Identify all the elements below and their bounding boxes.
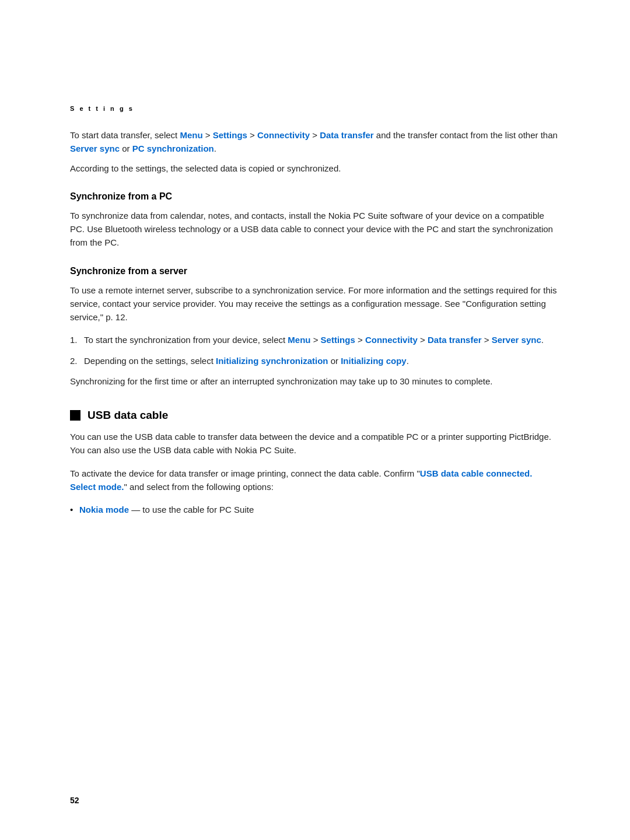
step1-sep1: > <box>311 335 321 345</box>
step1-menu[interactable]: Menu <box>288 335 310 345</box>
step-2-number: 2. <box>70 354 78 368</box>
section-header: S e t t i n g s <box>70 105 560 112</box>
page-number: 52 <box>70 796 79 805</box>
sync-pc-heading: Synchronize from a PC <box>70 191 560 202</box>
black-square-icon <box>70 410 80 421</box>
step1-text-before: To start the synchronization from your d… <box>84 335 288 345</box>
step1-data-transfer[interactable]: Data transfer <box>428 335 482 345</box>
usb-para2: To activate the device for data transfer… <box>70 467 560 494</box>
menu-link[interactable]: Menu <box>180 130 202 140</box>
step2-text-before: Depending on the settings, select <box>84 356 216 366</box>
server-sync-link[interactable]: Server sync <box>70 144 120 153</box>
usb-section-divider: USB data cable <box>70 409 560 422</box>
step1-sep4: > <box>482 335 492 345</box>
connectivity-link[interactable]: Connectivity <box>257 130 310 140</box>
usb-heading: USB data cable <box>88 409 168 422</box>
step-2: 2. Depending on the settings, select Ini… <box>70 354 560 368</box>
page-container: S e t t i n g s To start data transfer, … <box>0 0 630 840</box>
nokia-mode-text: — to use the cable for PC Suite <box>129 505 254 514</box>
intro-text-end: . <box>214 144 216 153</box>
step-1-number: 1. <box>70 333 78 346</box>
step1-server-sync[interactable]: Server sync <box>492 335 541 345</box>
intro-sep3: > <box>310 130 320 140</box>
nokia-mode-link[interactable]: Nokia mode <box>79 505 129 514</box>
sync-server-body: To use a remote internet server, subscri… <box>70 284 560 324</box>
step1-sep3: > <box>418 335 428 345</box>
intro-paragraph: To start data transfer, select Menu > Se… <box>70 128 560 156</box>
intro-text-middle: and the transfer contact from the list o… <box>374 130 558 140</box>
pc-sync-link[interactable]: PC synchronization <box>132 144 214 153</box>
step2-end: . <box>407 356 409 366</box>
bullet-nokia-mode: Nokia mode — to use the cable for PC Sui… <box>70 503 560 516</box>
step2-or: or <box>328 356 341 366</box>
usb-para2-before: To activate the device for data transfer… <box>70 468 420 478</box>
data-transfer-link[interactable]: Data transfer <box>320 130 374 140</box>
intro-sep2: > <box>247 130 257 140</box>
step1-end: . <box>541 335 544 345</box>
intro-text-or: or <box>120 144 132 153</box>
usb-para2-after: " and select from the following options: <box>124 482 274 492</box>
usb-para1: You can use the USB data cable to transf… <box>70 430 560 457</box>
step1-settings[interactable]: Settings <box>321 335 355 345</box>
intro-sep1: > <box>203 130 213 140</box>
according-text: According to the settings, the selected … <box>70 162 560 175</box>
step2-init-copy[interactable]: Initializing copy <box>341 356 407 366</box>
sync-pc-body: To synchronize data from calendar, notes… <box>70 209 560 250</box>
step1-connectivity[interactable]: Connectivity <box>365 335 418 345</box>
step1-sep2: > <box>355 335 365 345</box>
settings-link[interactable]: Settings <box>213 130 247 140</box>
step-1: 1. To start the synchronization from you… <box>70 333 560 346</box>
sync-footer-text: Synchronizing for the first time or afte… <box>70 374 560 388</box>
step2-init-sync[interactable]: Initializing synchronization <box>216 356 328 366</box>
sync-server-heading: Synchronize from a server <box>70 266 560 276</box>
intro-text-before: To start data transfer, select <box>70 130 180 140</box>
